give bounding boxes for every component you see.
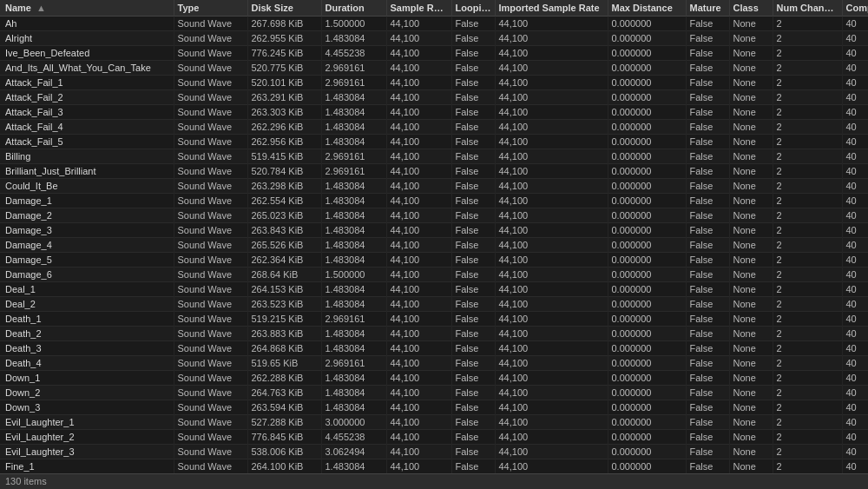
col-header-compression[interactable]: Compression bbox=[842, 0, 868, 17]
table-row[interactable]: Damage_4Sound Wave265.526 KiB1.48308444,… bbox=[0, 238, 868, 253]
table-row[interactable]: Death_2Sound Wave263.883 KiB1.48308444,1… bbox=[0, 327, 868, 341]
table-row[interactable]: Down_2Sound Wave264.763 KiB1.48308444,10… bbox=[0, 386, 868, 400]
table-cell: 0.000000 bbox=[608, 282, 686, 297]
table-cell: None bbox=[729, 445, 773, 459]
table-cell: 44,100 bbox=[495, 46, 608, 61]
table-row[interactable]: Damage_1Sound Wave262.554 KiB1.48308444,… bbox=[0, 194, 868, 208]
table-row[interactable]: Death_1Sound Wave519.215 KiB2.96916144,1… bbox=[0, 312, 868, 327]
table-cell: 40 bbox=[842, 31, 868, 46]
table-cell: False bbox=[686, 149, 729, 164]
table-cell: 40 bbox=[842, 459, 868, 474]
table-cell: None bbox=[729, 268, 773, 282]
table-cell: 263.594 KiB bbox=[247, 400, 321, 415]
table-row[interactable]: Brilliant_Just_BrilliantSound Wave520.78… bbox=[0, 164, 868, 179]
col-header-imported[interactable]: Imported Sample Rate bbox=[495, 0, 608, 17]
table-cell: 1.483084 bbox=[321, 179, 386, 194]
col-header-looping[interactable]: Looping bbox=[451, 0, 495, 17]
table-row[interactable]: Down_1Sound Wave262.288 KiB1.48308444,10… bbox=[0, 371, 868, 386]
table-row[interactable]: Attack_Fail_4Sound Wave262.296 KiB1.4830… bbox=[0, 120, 868, 135]
table-cell: 40 bbox=[842, 208, 868, 223]
table-cell: Down_3 bbox=[0, 400, 174, 415]
table-cell: None bbox=[729, 253, 773, 268]
table-cell: 1.483084 bbox=[321, 282, 386, 297]
table-row[interactable]: Attack_Fail_5Sound Wave262.956 KiB1.4830… bbox=[0, 135, 868, 149]
table-row[interactable]: Attack_Fail_3Sound Wave263.303 KiB1.4830… bbox=[0, 105, 868, 120]
table-cell: False bbox=[451, 46, 495, 61]
table-cell: 2 bbox=[773, 76, 842, 90]
table-cell: False bbox=[451, 76, 495, 90]
table-cell: 2 bbox=[773, 238, 842, 253]
table-cell: 2.969161 bbox=[321, 164, 386, 179]
table-cell: 2 bbox=[773, 164, 842, 179]
col-header-type[interactable]: Type bbox=[174, 0, 247, 17]
table-cell: Sound Wave bbox=[174, 386, 247, 400]
table-cell: Death_3 bbox=[0, 341, 174, 356]
table-row[interactable]: Fine_1Sound Wave264.100 KiB1.48308444,10… bbox=[0, 459, 868, 474]
table-cell: False bbox=[451, 297, 495, 312]
table-row[interactable]: Evil_Laughter_1Sound Wave527.288 KiB3.00… bbox=[0, 415, 868, 430]
table-cell: 0.000000 bbox=[608, 253, 686, 268]
table-cell: 40 bbox=[842, 61, 868, 76]
table-cell: 262.955 KiB bbox=[247, 31, 321, 46]
col-header-name[interactable]: Name ▲ bbox=[0, 0, 174, 17]
table-cell: 0.000000 bbox=[608, 430, 686, 445]
table-cell: 44,100 bbox=[386, 90, 451, 105]
table-cell: Damage_6 bbox=[0, 268, 174, 282]
table-row[interactable]: Ive_Been_DefeatedSound Wave776.245 KiB4.… bbox=[0, 46, 868, 61]
table-cell: 44,100 bbox=[495, 356, 608, 371]
table-row[interactable]: Attack_Fail_2Sound Wave263.291 KiB1.4830… bbox=[0, 90, 868, 105]
table-cell: None bbox=[729, 76, 773, 90]
table-cell: None bbox=[729, 17, 773, 31]
table-cell: 44,100 bbox=[495, 371, 608, 386]
table-row[interactable]: AlrightSound Wave262.955 KiB1.48308444,1… bbox=[0, 31, 868, 46]
table-row[interactable]: Could_It_BeSound Wave263.298 KiB1.483084… bbox=[0, 179, 868, 194]
asset-table-container[interactable]: Name ▲ Type Disk Size Duration Sample Ra… bbox=[0, 0, 868, 489]
table-cell: 44,100 bbox=[386, 46, 451, 61]
table-row[interactable]: Damage_2Sound Wave265.023 KiB1.48308444,… bbox=[0, 208, 868, 223]
table-row[interactable]: Damage_5Sound Wave262.364 KiB1.48308444,… bbox=[0, 253, 868, 268]
table-row[interactable]: Attack_Fail_1Sound Wave520.101 KiB2.9691… bbox=[0, 76, 868, 90]
table-row[interactable]: BillingSound Wave519.415 KiB2.96916144,1… bbox=[0, 149, 868, 164]
col-header-mature[interactable]: Mature bbox=[686, 0, 729, 17]
col-header-duration[interactable]: Duration bbox=[321, 0, 386, 17]
table-cell: 267.698 KiB bbox=[247, 17, 321, 31]
table-cell: Sound Wave bbox=[174, 17, 247, 31]
table-row[interactable]: Damage_6Sound Wave268.64 KiB1.50000044,1… bbox=[0, 268, 868, 282]
table-row[interactable]: And_Its_All_What_You_Can_TakeSound Wave5… bbox=[0, 61, 868, 76]
table-cell: False bbox=[451, 371, 495, 386]
table-row[interactable]: Damage_3Sound Wave263.843 KiB1.48308444,… bbox=[0, 223, 868, 238]
table-cell: False bbox=[686, 120, 729, 135]
table-cell: 44,100 bbox=[386, 76, 451, 90]
table-cell: 2 bbox=[773, 312, 842, 327]
col-header-maxdist[interactable]: Max Distance bbox=[608, 0, 686, 17]
table-row[interactable]: Evil_Laughter_3Sound Wave538.006 KiB3.06… bbox=[0, 445, 868, 459]
table-cell: False bbox=[686, 297, 729, 312]
table-row[interactable]: Death_4Sound Wave519.65 KiB2.96916144,10… bbox=[0, 356, 868, 371]
table-cell: 0.000000 bbox=[608, 76, 686, 90]
table-cell: 44,100 bbox=[495, 164, 608, 179]
table-cell: 538.006 KiB bbox=[247, 445, 321, 459]
table-row[interactable]: Deal_1Sound Wave264.153 KiB1.48308444,10… bbox=[0, 282, 868, 297]
col-header-disksize[interactable]: Disk Size bbox=[247, 0, 321, 17]
table-row[interactable]: Evil_Laughter_2Sound Wave776.845 KiB4.45… bbox=[0, 430, 868, 445]
table-row[interactable]: AhSound Wave267.698 KiB1.50000044,100Fal… bbox=[0, 17, 868, 31]
table-row[interactable]: Deal_2Sound Wave263.523 KiB1.48308444,10… bbox=[0, 297, 868, 312]
table-row[interactable]: Down_3Sound Wave263.594 KiB1.48308444,10… bbox=[0, 400, 868, 415]
table-cell: 44,100 bbox=[386, 238, 451, 253]
table-cell: 264.868 KiB bbox=[247, 341, 321, 356]
table-cell: 0.000000 bbox=[608, 371, 686, 386]
table-cell: False bbox=[686, 312, 729, 327]
table-cell: Attack_Fail_2 bbox=[0, 90, 174, 105]
col-header-numch[interactable]: Num Channels bbox=[773, 0, 842, 17]
col-header-class[interactable]: Class bbox=[729, 0, 773, 17]
table-cell: 1.483084 bbox=[321, 386, 386, 400]
table-cell: Deal_1 bbox=[0, 282, 174, 297]
table-cell: Evil_Laughter_1 bbox=[0, 415, 174, 430]
table-row[interactable]: Death_3Sound Wave264.868 KiB1.48308444,1… bbox=[0, 341, 868, 356]
table-cell: False bbox=[451, 90, 495, 105]
table-cell: None bbox=[729, 179, 773, 194]
table-cell: 0.000000 bbox=[608, 415, 686, 430]
col-header-samplerate[interactable]: Sample Rate bbox=[386, 0, 451, 17]
table-cell: 44,100 bbox=[495, 31, 608, 46]
table-cell: 40 bbox=[842, 17, 868, 31]
